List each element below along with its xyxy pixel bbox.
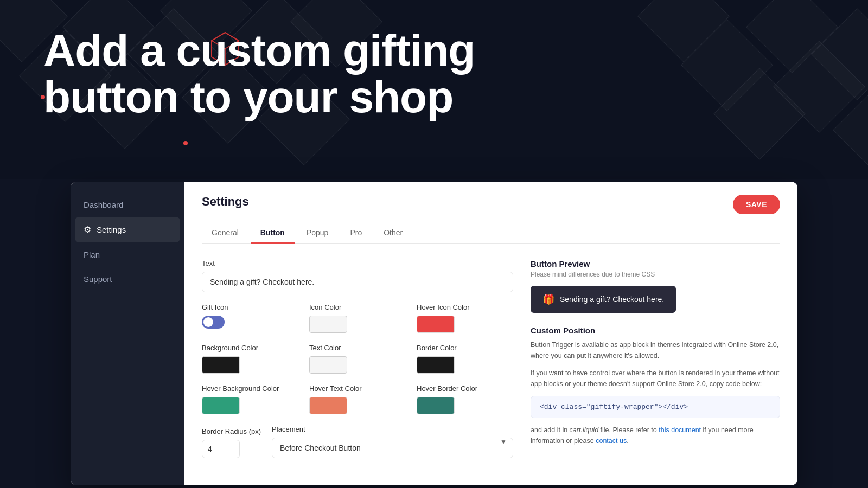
hover-bg-color-swatch[interactable] <box>202 397 240 414</box>
icon-color-label: Icon Color <box>309 303 406 311</box>
text-color-swatch[interactable] <box>309 356 347 374</box>
text-input[interactable] <box>202 272 513 292</box>
custom-position-section: Custom Position Button Trigger is availa… <box>531 326 780 446</box>
radius-placement-row: Border Radius (px) Placement Before Chec… <box>202 425 513 458</box>
placement-label: Placement <box>272 425 513 433</box>
hover-text-color-field: Hover Text Color <box>309 384 406 414</box>
left-column: Text Gift Icon <box>202 259 513 469</box>
toggle[interactable] <box>202 316 225 329</box>
hover-text-color-label: Hover Text Color <box>309 384 406 393</box>
text-color-field: Text Color <box>309 344 406 374</box>
border-radius-input[interactable] <box>202 440 240 458</box>
hover-border-color-swatch[interactable] <box>417 397 455 414</box>
hover-border-color-field: Hover Border Color <box>417 384 513 414</box>
placement-select[interactable]: Before Checkout Button After Checkout Bu… <box>272 438 513 458</box>
border-radius-label: Border Radius (px) <box>202 427 261 435</box>
background-color-swatch[interactable] <box>202 356 240 374</box>
sidebar-item-plan[interactable]: Plan <box>71 242 184 267</box>
custom-position-text1: Button Trigger is available as app block… <box>531 339 780 361</box>
two-col-layout: Text Gift Icon <box>202 259 780 469</box>
tab-general[interactable]: General <box>202 223 248 244</box>
gift-icon-label: Gift Icon <box>202 303 298 311</box>
preview-subtitle: Please mind differences due to theme CSS <box>531 271 780 278</box>
icon-color-field: Icon Color <box>309 303 406 333</box>
background-color-field: Background Color <box>202 344 298 374</box>
hover-icon-color-field: Hover Icon Color <box>417 303 513 333</box>
hover-bg-color-field: Hover Background Color <box>202 384 298 414</box>
background-color-label: Background Color <box>202 344 298 352</box>
hover-border-color-label: Hover Border Color <box>417 384 513 393</box>
gift-icon-toggle[interactable] <box>202 316 298 329</box>
gear-icon: ⚙ <box>84 224 91 235</box>
right-column: Button Preview Please mind differences d… <box>531 259 780 469</box>
sidebar-item-support[interactable]: Support <box>71 267 184 291</box>
border-color-label: Border Color <box>417 344 513 352</box>
custom-position-title: Custom Position <box>531 326 780 335</box>
icon-row: Gift Icon Icon Color Hover Ic <box>202 303 513 333</box>
border-color-field: Border Color <box>417 344 513 374</box>
preview-title: Button Preview <box>531 259 780 268</box>
placement-field: Placement Before Checkout Button After C… <box>272 425 513 458</box>
code-block[interactable]: <div class="giftify-wrapper"></div> <box>531 396 780 418</box>
gift-icon-field: Gift Icon <box>202 303 298 333</box>
hover-bg-color-label: Hover Background Color <box>202 384 298 393</box>
sidebar-item-settings[interactable]: ⚙ Settings <box>75 217 180 242</box>
border-radius-field: Border Radius (px) <box>202 427 261 458</box>
hover-icon-color-swatch[interactable] <box>417 316 455 333</box>
preview-section: Button Preview Please mind differences d… <box>531 259 780 313</box>
hover-text-color-swatch[interactable] <box>309 397 347 414</box>
contact-us-link[interactable]: contact us <box>596 437 627 445</box>
text-field-group: Text <box>202 259 513 292</box>
icon-color-swatch[interactable] <box>309 316 347 333</box>
sidebar-item-label: Plan <box>84 250 100 259</box>
text-field-label: Text <box>202 259 513 267</box>
this-document-link[interactable]: this document <box>659 426 701 434</box>
border-color-swatch[interactable] <box>417 356 455 374</box>
sidebar-item-dashboard[interactable]: Dashboard <box>71 192 184 217</box>
tabs: General Button Popup Pro Other <box>202 223 780 244</box>
text-color-label: Text Color <box>309 344 406 352</box>
hero-section: Add a custom gifting button to your shop <box>0 0 868 179</box>
content-header: Settings SAVE <box>202 195 780 214</box>
hero-title: Add a custom gifting button to your shop <box>43 27 475 120</box>
sidebar: Dashboard ⚙ Settings Plan Support <box>71 182 184 485</box>
tab-other[interactable]: Other <box>374 223 412 244</box>
sidebar-item-label: Settings <box>97 225 126 234</box>
sidebar-item-label: Support <box>84 274 112 284</box>
sidebar-item-label: Dashboard <box>84 200 123 209</box>
tab-popup[interactable]: Popup <box>297 223 338 244</box>
custom-position-text2: If you want to have control over where t… <box>531 368 780 389</box>
main-panel: Dashboard ⚙ Settings Plan Support Settin… <box>71 182 797 485</box>
tab-pro[interactable]: Pro <box>340 223 372 244</box>
footer-text: and add it in cart.liquid file. Please r… <box>531 425 780 446</box>
preview-button: 🎁 Sending a gift? Checkout here. <box>531 286 676 313</box>
gift-icon: 🎁 <box>542 293 554 305</box>
toggle-thumb <box>203 317 213 327</box>
hover-color-row: Hover Background Color Hover Text Color … <box>202 384 513 414</box>
hover-icon-color-label: Hover Icon Color <box>417 303 513 311</box>
save-button[interactable]: SAVE <box>733 195 780 214</box>
color-row: Background Color Text Color Border Color <box>202 344 513 374</box>
preview-button-text: Sending a gift? Checkout here. <box>560 295 664 304</box>
page-title: Settings <box>202 195 249 209</box>
content-area: Settings SAVE General Button Popup Pro O… <box>184 182 797 485</box>
tab-button[interactable]: Button <box>251 223 295 244</box>
